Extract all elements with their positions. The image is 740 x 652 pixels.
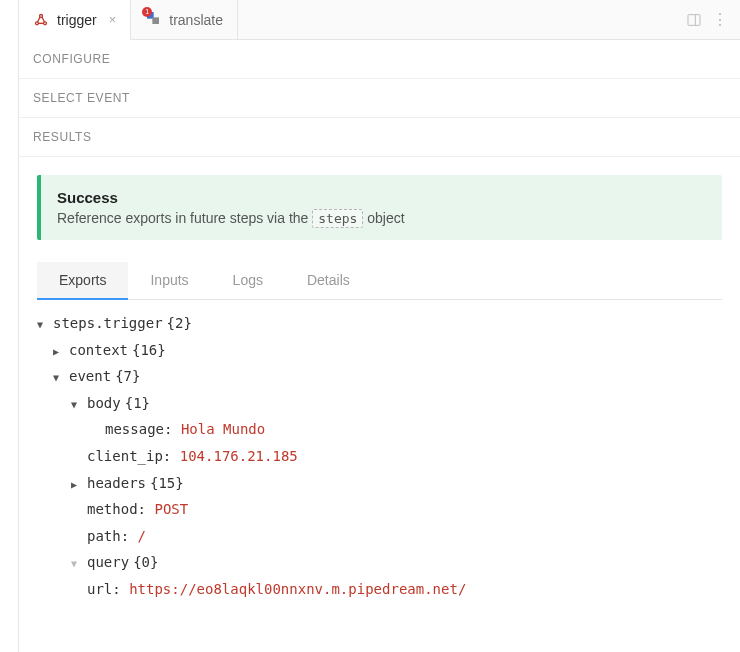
subtab-inputs[interactable]: Inputs: [128, 262, 210, 299]
caret-down-icon[interactable]: [71, 549, 83, 576]
section-configure[interactable]: CONFIGURE: [19, 40, 740, 79]
svg-rect-5: [688, 14, 700, 25]
tab-translate[interactable]: 1 translate: [131, 0, 238, 39]
caret-down-icon[interactable]: [53, 363, 65, 390]
tab-trigger[interactable]: trigger ×: [19, 0, 131, 40]
steps-code-chip: steps: [312, 209, 363, 228]
success-banner: Success Reference exports in future step…: [37, 175, 722, 240]
method-value: POST: [154, 496, 188, 523]
close-icon[interactable]: ×: [109, 12, 117, 27]
tree-headers[interactable]: headers {15}: [37, 470, 722, 497]
tabbar-actions: ⋮: [674, 0, 740, 39]
banner-subtitle: Reference exports in future steps via th…: [57, 210, 706, 226]
subtab-row: Exports Inputs Logs Details: [37, 262, 722, 300]
tree-path[interactable]: path: /: [37, 523, 722, 550]
tab-translate-label: translate: [169, 12, 223, 28]
tree-url[interactable]: url: https://eo8laqkl00nnxnv.m.pipedream…: [37, 576, 722, 603]
panel-layout-icon[interactable]: [686, 12, 702, 28]
more-vertical-icon[interactable]: ⋮: [712, 10, 728, 29]
tree-root[interactable]: steps.trigger {2}: [37, 310, 722, 337]
tree-method[interactable]: method: POST: [37, 496, 722, 523]
client-ip-value: 104.176.21.185: [180, 443, 298, 470]
caret-down-icon[interactable]: [71, 390, 83, 417]
section-select-event[interactable]: SELECT EVENT: [19, 79, 740, 118]
tree-body-message[interactable]: message: Hola Mundo: [37, 416, 722, 443]
tree-event[interactable]: event {7}: [37, 363, 722, 390]
editor-tabbar: trigger × 1 translate ⋮: [19, 0, 740, 40]
svg-rect-4: [153, 17, 160, 24]
subtab-details[interactable]: Details: [285, 262, 372, 299]
banner-title: Success: [57, 189, 706, 206]
path-value: /: [138, 523, 146, 550]
caret-right-icon[interactable]: [71, 470, 83, 497]
results-body: Success Reference exports in future step…: [19, 157, 740, 652]
subtab-exports[interactable]: Exports: [37, 262, 128, 300]
caret-down-icon[interactable]: [37, 310, 49, 337]
tree-context[interactable]: context {16}: [37, 337, 722, 364]
url-value: https://eo8laqkl00nnxnv.m.pipedream.net/: [129, 576, 466, 603]
caret-right-icon[interactable]: [53, 337, 65, 364]
section-results[interactable]: RESULTS: [19, 118, 740, 157]
tree-query[interactable]: query {0}: [37, 549, 722, 576]
svg-point-1: [44, 21, 47, 24]
exports-tree: steps.trigger {2} context {16} event {7}…: [37, 300, 722, 623]
message-value: Hola Mundo: [181, 416, 265, 443]
tree-body[interactable]: body {1}: [37, 390, 722, 417]
tree-client-ip[interactable]: client_ip: 104.176.21.185: [37, 443, 722, 470]
tab-trigger-label: trigger: [57, 12, 97, 28]
webhook-icon: [33, 12, 49, 28]
svg-point-0: [36, 21, 39, 24]
subtab-logs[interactable]: Logs: [211, 262, 285, 299]
